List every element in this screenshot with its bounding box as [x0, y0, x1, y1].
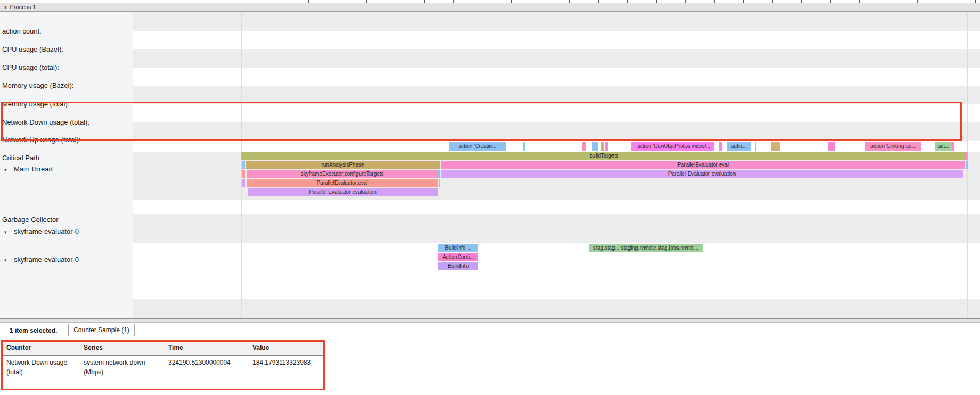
track-row-bg-5: [133, 104, 980, 122]
slice-sliver[interactable]: [438, 170, 440, 178]
slice-runanalysisphase[interactable]: runAnalysisPhase: [246, 161, 440, 169]
track-label: Garbage Collector: [2, 216, 59, 224]
ruler-tick: [975, 0, 976, 3]
panel-divider[interactable]: [0, 318, 980, 323]
track-label: CPU usage (total):: [2, 63, 59, 71]
col-header-series[interactable]: Series: [84, 344, 103, 351]
ruler-tick: [366, 0, 367, 3]
sidebar-track-skyframe-evaluator-0[interactable]: ▾skyframe-evaluator-0: [0, 255, 132, 264]
track-row-bg-10: [133, 214, 980, 243]
ruler-tick: [714, 0, 715, 3]
ruler-tick: [830, 0, 831, 3]
slice-actionconti[interactable]: ActionConti...: [438, 253, 478, 261]
details-panel: 1 item selected. Counter Sample (1) Coun…: [0, 323, 980, 395]
slice-sliver[interactable]: [601, 142, 604, 151]
slice-sliver[interactable]: [592, 142, 598, 151]
ruler-tick: [598, 0, 599, 3]
slice-buildinfo[interactable]: BuildInfo ...: [438, 244, 478, 252]
track-label-sidebar: action count:CPU usage (Bazel):CPU usage…: [0, 12, 133, 318]
track-label: action count:: [2, 27, 42, 35]
expander-icon[interactable]: ▾: [0, 228, 14, 236]
slice-sliver[interactable]: [242, 170, 245, 178]
slice-parallel-evaluator-evaluation[interactable]: Parallel Evaluator evaluation: [441, 170, 963, 178]
col-header-value[interactable]: Value: [252, 344, 269, 351]
track-row-bg-1: [133, 31, 980, 49]
track-label: Network Up usage (total):: [2, 136, 80, 144]
col-header-counter[interactable]: Counter: [6, 344, 31, 351]
track-row-bg-9: [133, 200, 980, 214]
slice-actio[interactable]: actio...: [727, 142, 751, 151]
collapse-icon[interactable]: ▾: [4, 5, 7, 10]
ruler-tick: [946, 0, 946, 3]
ruler-tick: [280, 0, 280, 3]
slice-sliver[interactable]: [828, 142, 835, 151]
expander-icon[interactable]: ▾: [0, 166, 14, 174]
ruler-tick: [627, 0, 628, 3]
slice-action-linking-go[interactable]: action 'Linking go...: [865, 142, 921, 151]
sidebar-track-garbage-collector[interactable]: Garbage Collector: [0, 215, 134, 224]
track-label: Main Thread: [14, 165, 53, 173]
slice-sliver[interactable]: [242, 179, 245, 187]
slice-parallelevaluator-eval[interactable]: ParallelEvaluator.eval: [441, 161, 965, 169]
track-row-bg-3: [133, 68, 980, 86]
sidebar-track-memory-usage-total[interactable]: Memory usage (total):: [0, 100, 134, 109]
slice-act[interactable]: act...: [935, 142, 952, 151]
sidebar-track-cpu-usage-bazel[interactable]: CPU usage (Bazel):: [0, 45, 134, 54]
ruler-tick: [338, 0, 338, 3]
slice-sliver[interactable]: [523, 142, 525, 151]
sidebar-track-network-up-usage-total[interactable]: Network Up usage (total):: [0, 135, 134, 144]
sidebar-track-network-down-usage-total[interactable]: Network Down usage (total):: [0, 118, 134, 127]
col-header-time[interactable]: Time: [168, 344, 183, 351]
sidebar-track-skyframe-evaluator-0[interactable]: ▾skyframe-evaluator-0: [0, 227, 132, 236]
sidebar-track-main-thread[interactable]: ▾Main Thread: [0, 164, 132, 174]
expander-icon[interactable]: ▾: [0, 256, 14, 264]
ruler-tick: [483, 0, 483, 3]
slice-sliver[interactable]: [967, 152, 968, 160]
slice-sliver[interactable]: [439, 179, 440, 187]
slice-parallel-evaluator-evaluation[interactable]: Parallel Evaluator evaluation: [248, 188, 438, 196]
track-row-bg-0: [133, 12, 980, 31]
selection-status: 1 item selected.: [10, 325, 57, 336]
slice-sliver[interactable]: [771, 142, 780, 151]
ruler-tick: [251, 0, 251, 3]
track-row-bg-11: [133, 243, 980, 299]
slice-action-genobjcprotos-video[interactable]: action 'GenObjcProtos video/...: [634, 142, 714, 151]
sidebar-track-critical-path[interactable]: Critical Path: [0, 153, 134, 162]
ruler-tick: [801, 0, 802, 3]
tab-counter-sample[interactable]: Counter Sample (1): [68, 324, 135, 336]
cell-series: system network down (Mbps): [84, 358, 154, 377]
slice-action-creatin[interactable]: action 'Creatin...: [449, 142, 506, 151]
sidebar-track-cpu-usage-total[interactable]: CPU usage (total):: [0, 63, 134, 72]
slice-stag-stag-staging-remote-stag-jobs-remot[interactable]: stag.stag... staging.remote.stag.jobs.re…: [589, 244, 703, 252]
track-label: Memory usage (Bazel):: [2, 81, 74, 89]
track-label: Network Down usage (total):: [2, 118, 89, 126]
ruler-tick: [396, 0, 396, 3]
trace-viewer: ▾Process 1 action count:CPU usage (Bazel…: [0, 0, 980, 395]
ruler-tick: [888, 0, 888, 3]
slice-skyframeexecutor-configuretargets[interactable]: skyframeExecutor.configureTargets: [247, 170, 438, 178]
slice-sliver[interactable]: [952, 142, 954, 151]
slice-sliver[interactable]: [719, 142, 722, 151]
slice-sliver[interactable]: [966, 161, 968, 169]
track-label: skyframe-evaluator-0: [14, 227, 79, 235]
slice-sliver[interactable]: [242, 161, 245, 169]
ruler-tick: [685, 0, 686, 3]
ruler-tick: [164, 0, 164, 3]
slice-parallelevaluator-eval[interactable]: ParallelEvaluator.eval: [247, 179, 438, 187]
slice-sliver[interactable]: [755, 142, 756, 151]
ruler-tick: [541, 0, 541, 3]
slice-sliver[interactable]: [605, 142, 608, 151]
ruler-tick: [511, 0, 512, 3]
slice-buildinfo[interactable]: BuildInfo: [438, 262, 478, 270]
slice-buildtargets[interactable]: buildTargets: [242, 152, 966, 160]
slice-sliver[interactable]: [584, 142, 586, 151]
process-title: Process 1: [10, 4, 36, 10]
ruler-tick: [859, 0, 860, 3]
sidebar-track-action-count[interactable]: action count:: [0, 27, 134, 36]
cell-value: 184.1793113323983: [252, 358, 322, 367]
cell-counter: Network Down usage (total): [6, 358, 71, 377]
process-group-header[interactable]: ▾Process 1: [0, 3, 980, 12]
track-label: Memory usage (total):: [2, 100, 69, 108]
sidebar-track-memory-usage-bazel[interactable]: Memory usage (Bazel):: [0, 81, 134, 90]
track-row-bg-6: [133, 122, 980, 141]
